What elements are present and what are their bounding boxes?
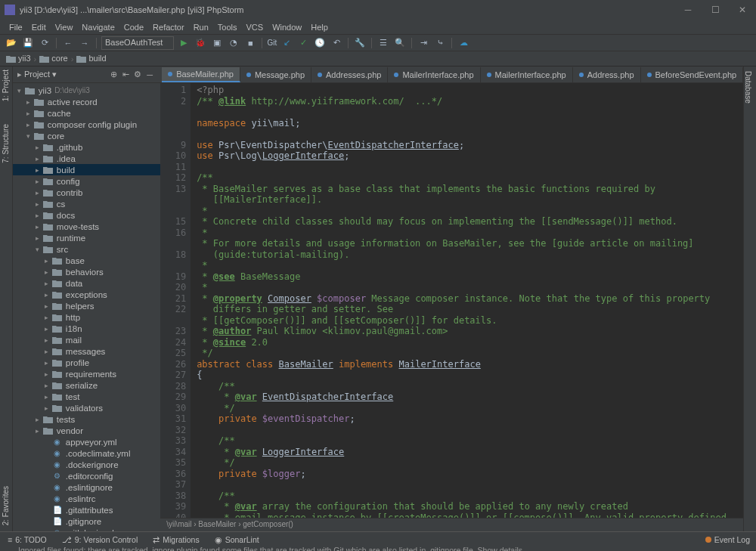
tree-item[interactable]: ▸cs (13, 198, 160, 209)
tree-item[interactable]: ▸config (13, 175, 160, 187)
stop-icon[interactable]: ■ (243, 36, 257, 50)
tree-item[interactable]: ▸docs (13, 209, 160, 221)
tree-item[interactable]: ▸active record (13, 96, 160, 107)
database-tool-tab[interactable]: Database (744, 71, 752, 104)
tree-item[interactable]: ▸test (13, 391, 160, 402)
bottom-tab[interactable]: ◉SonarLint (207, 535, 267, 544)
forward-icon[interactable]: → (78, 36, 91, 50)
status-message[interactable]: Ignored files found: there are tracked .… (18, 546, 532, 551)
tree-item[interactable]: ▸mail (13, 334, 160, 345)
target-icon[interactable]: ⊕ (107, 70, 119, 79)
menu-navigate[interactable]: Navigate (77, 21, 119, 33)
menu-window[interactable]: Window (268, 21, 306, 33)
wrench-icon[interactable]: 🔧 (353, 36, 367, 50)
tree-item[interactable]: ▸messages (13, 345, 160, 357)
menu-view[interactable]: View (51, 21, 78, 33)
menu-file[interactable]: File (5, 21, 27, 33)
tree-item[interactable]: ▾yii3D:\dev\yii3 (13, 85, 160, 96)
tree-item[interactable]: ▸requirements (13, 368, 160, 379)
tree-item[interactable]: ▾src (13, 243, 160, 255)
search-icon[interactable]: 🔍 (393, 36, 407, 50)
tree-item[interactable]: ▸runtime (13, 232, 160, 243)
profile-icon[interactable]: ◔ (227, 36, 240, 50)
menu-tools[interactable]: Tools (213, 21, 242, 33)
tree-item[interactable]: ▸http (13, 311, 160, 323)
tree-item[interactable]: ▸behaviors (13, 266, 160, 277)
tree-item[interactable]: ▸.github (13, 141, 160, 153)
tree-item[interactable]: 📄.gitignore (13, 515, 160, 527)
tree-item[interactable]: ◉.gitlab-ci.yml (13, 527, 160, 531)
git-label[interactable]: Git (267, 36, 277, 50)
tree-item[interactable]: ▸composer config plugin (13, 119, 160, 130)
navigation-breadcrumb[interactable]: yii3› core› build (0, 51, 756, 67)
tree-item[interactable]: ▸serialize (13, 379, 160, 391)
project-tool-tab[interactable]: 1: Project (2, 70, 10, 101)
menu-run[interactable]: Run (189, 21, 213, 33)
tree-item[interactable]: ◉.eslintignore (13, 481, 160, 493)
tree-item[interactable]: ▸contrib (13, 187, 160, 198)
hide-icon[interactable]: ─ (144, 70, 156, 79)
commit-icon[interactable]: ✓ (296, 36, 310, 50)
structure-tool-tab[interactable]: 7: Structure (2, 124, 10, 163)
tree-item[interactable]: ▸profile (13, 357, 160, 368)
editor-tab[interactable]: Message.php (240, 67, 311, 82)
tree-item[interactable]: ▸vendor (13, 425, 160, 436)
tree-item[interactable]: 📄.gitattributes (13, 504, 160, 515)
menu-help[interactable]: Help (306, 21, 333, 33)
favorites-tool-tab[interactable]: 2: Favorites (2, 486, 10, 525)
code-editor[interactable]: <?php/** @link http://www.yiiframework.c… (191, 83, 743, 518)
menu-edit[interactable]: Edit (27, 21, 51, 33)
project-tree[interactable]: ▾yii3D:\dev\yii3▸active record▸cache▸com… (13, 83, 160, 531)
tree-item[interactable]: ▾core (13, 130, 160, 141)
save-icon[interactable]: 💾 (21, 36, 35, 50)
tree-item[interactable]: ◉.codeclimate.yml (13, 447, 160, 459)
editor-tab[interactable]: BeforeSendEvent.php (641, 67, 744, 82)
back-icon[interactable]: ← (61, 36, 75, 50)
bottom-tab[interactable]: ⎇9: Version Control (54, 535, 145, 544)
tree-item[interactable]: ▸base (13, 255, 160, 266)
tree-item[interactable]: ▸helpers (13, 300, 160, 311)
run-icon[interactable]: ▶ (177, 36, 191, 50)
editor-tab[interactable]: Address.php (573, 67, 641, 82)
refresh-icon[interactable]: ⟳ (38, 36, 51, 50)
bookmark-icon[interactable]: ☰ (376, 36, 390, 50)
tree-item[interactable]: ⚙.editorconfig (13, 470, 160, 481)
editor-tab[interactable]: MailerInterface.php (388, 67, 480, 82)
close-button[interactable]: ✕ (733, 5, 751, 15)
event-log-tab[interactable]: Event Log (705, 535, 756, 544)
history-icon[interactable]: 🕓 (313, 36, 327, 50)
editor-tab[interactable]: BaseMailer.php (162, 67, 240, 82)
tree-item[interactable]: ▸exceptions (13, 289, 160, 300)
menu-code[interactable]: Code (119, 21, 148, 33)
editor-tab[interactable]: Addresses.php (311, 67, 388, 82)
menu-vcs[interactable]: VCS (242, 21, 268, 33)
update-icon[interactable]: ↙ (280, 36, 293, 50)
settings-icon[interactable]: ⚙ (132, 70, 144, 79)
tree-item[interactable]: ▸i18n (13, 323, 160, 334)
nav-crumb[interactable]: core (39, 54, 67, 63)
tree-item[interactable]: ▸move-tests (13, 221, 160, 232)
collapse-icon[interactable]: ⇤ (119, 70, 132, 79)
run-config-combo[interactable]: BaseOAuthTest (101, 36, 174, 50)
revert-icon[interactable]: ↶ (330, 36, 343, 50)
tree-item[interactable]: ◉appveyor.yml (13, 436, 160, 447)
tree-item[interactable]: ◉.dockerignore (13, 459, 160, 470)
tree-item[interactable]: ▸cache (13, 107, 160, 119)
nav-crumb[interactable]: yii3 (6, 54, 31, 63)
tree-item[interactable]: ▸build (13, 164, 160, 175)
maximize-button[interactable]: ☐ (706, 5, 724, 15)
bottom-tab[interactable]: ⇄Migrations (145, 535, 206, 544)
tree-item[interactable]: ▸tests (13, 413, 160, 425)
step2-icon[interactable]: ⤷ (433, 36, 447, 50)
tree-item[interactable]: ◉.eslintrc (13, 493, 160, 504)
step1-icon[interactable]: ⇥ (417, 36, 430, 50)
editor-breadcrumb[interactable]: \yii\mail › BaseMailer › getComposer() (160, 518, 743, 531)
coverage-icon[interactable]: ▣ (210, 36, 224, 50)
nav-crumb[interactable]: build (76, 54, 106, 63)
tree-item[interactable]: ▸.idea (13, 153, 160, 164)
tree-item[interactable]: ▸data (13, 277, 160, 289)
tree-item[interactable]: ▸validators (13, 402, 160, 413)
cloud-icon[interactable]: ☁ (457, 36, 470, 50)
menu-refactor[interactable]: Refactor (148, 21, 189, 33)
line-gutter[interactable]: 1291011121315161819202122232425262728293… (160, 83, 191, 518)
